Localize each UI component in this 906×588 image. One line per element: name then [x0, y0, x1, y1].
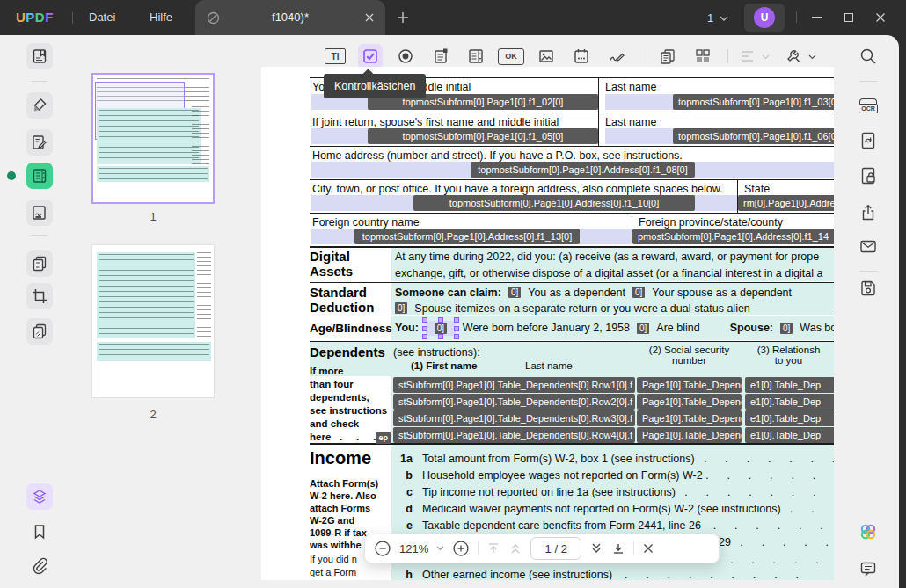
text-field-tool[interactable]: TI [323, 44, 347, 69]
signature-field-tool[interactable] [604, 44, 629, 69]
selected-checkbox-field[interactable]: 0] [426, 321, 456, 336]
selection-handle[interactable] [422, 317, 427, 323]
maximize-button[interactable] [834, 0, 864, 35]
menu-datei[interactable]: Datei [89, 11, 115, 24]
account-button[interactable]: U [744, 4, 785, 32]
email-button[interactable] [855, 233, 881, 259]
table-row[interactable]: stSubform[0].Page1[0].Table_Dependents[0… [391, 394, 834, 410]
minimize-button[interactable] [802, 0, 832, 35]
selection-handle[interactable] [438, 334, 443, 339]
sidebar-item-pages[interactable] [26, 250, 53, 277]
document-page[interactable]: Your first name and middle initial Last … [261, 67, 834, 580]
form-field-badge[interactable]: stSubform[0].Page1[0].Table_Dependents[0… [393, 377, 635, 393]
last-page-button[interactable] [611, 541, 625, 555]
margin-line: dependents, [310, 391, 393, 404]
checkbox-field-badge[interactable]: 0] [780, 323, 793, 334]
form-field-badge[interactable]: e1[0].Table_Dep [745, 427, 834, 443]
sidebar-item-edit[interactable] [26, 129, 53, 156]
new-tab-icon[interactable] [397, 11, 409, 24]
save-floppy-icon [859, 279, 878, 298]
sidebar-item-watermark[interactable] [26, 318, 53, 345]
checkbox-field-badge[interactable]: ep [376, 432, 391, 444]
selection-handle[interactable] [454, 334, 459, 339]
arrange-fields-tool[interactable] [690, 44, 715, 69]
form-field-badge[interactable]: pmostSubform[0].Page1[0].Address[0].f1_1… [632, 229, 834, 244]
convert-button[interactable] [855, 127, 881, 154]
checkbox-tool[interactable] [358, 44, 383, 69]
form-field-badge[interactable]: stSubform[0].Page1[0].Table_Dependents[0… [393, 427, 635, 443]
form-field-badge[interactable]: topmostSubform[0].Page1[0].Address[0].f1… [354, 229, 580, 244]
sidebar-item-annotate[interactable] [26, 92, 53, 119]
selection-handle[interactable] [454, 326, 459, 331]
search-button[interactable] [855, 43, 881, 69]
ocr-button[interactable]: OCR [855, 92, 881, 119]
selection-handle[interactable] [438, 317, 443, 323]
checkbox-field-badge[interactable]: 0] [395, 302, 407, 314]
form-field-badge[interactable]: topmostSubform[0].Page1[0].Address[0].f1… [471, 162, 695, 178]
list-box-tool[interactable] [428, 44, 453, 69]
form-field-badge[interactable]: topmostSubform[0].Page1[0].f1_06[0] [673, 128, 834, 144]
close-button[interactable] [866, 0, 895, 35]
protect-button[interactable] [855, 163, 881, 189]
share-button[interactable] [855, 200, 881, 226]
sidebar-item-reader[interactable] [26, 43, 53, 69]
field-label: If joint return, spouse's first name and… [312, 116, 559, 128]
table-row[interactable]: stSubform[0].Page1[0].Table_Dependents[0… [391, 410, 834, 426]
selection-handle[interactable] [454, 317, 459, 323]
selection-handle[interactable] [422, 334, 427, 339]
table-row[interactable]: stSubform[0].Page1[0].Table_Dependents[0… [391, 427, 834, 443]
zoom-out-button[interactable] [374, 540, 391, 557]
push-button-tool[interactable]: OK [499, 44, 523, 69]
menu-hilfe[interactable]: Hilfe [150, 11, 172, 24]
zoombar-close-button[interactable] [642, 542, 654, 555]
table-row[interactable]: stSubform[0].Page1[0].Table_Dependents[0… [391, 377, 834, 393]
combo-box-tool[interactable] [464, 44, 488, 69]
checkbox-field-badge[interactable]: 0] [508, 287, 521, 298]
form-field-badge[interactable]: e1[0].Table_Dep [745, 377, 834, 393]
feedback-button[interactable] [855, 555, 881, 582]
margin-line: W-2 here. Also [310, 490, 393, 502]
form-field-badge[interactable]: stSubform[0].Page1[0].Table_Dependents[0… [393, 394, 635, 410]
form-field-badge[interactable]: Page1[0].Table_Dependent [637, 427, 742, 443]
form-tools-tool[interactable] [781, 44, 806, 69]
selection-handle[interactable] [422, 326, 427, 331]
zoom-in-button[interactable] [452, 540, 470, 557]
sidebar-item-layers[interactable] [26, 483, 53, 510]
form-field-badge[interactable]: Page1[0].Table_Dependent [637, 394, 742, 410]
document-tab[interactable]: f1040)* [195, 0, 385, 35]
sidebar-item-sign[interactable] [26, 200, 53, 226]
form-field-badge[interactable]: stSubform[0].Page1[0].Table_Dependents[0… [393, 410, 635, 426]
page-thumbnail-1[interactable] [91, 73, 215, 204]
tab-close-icon[interactable] [364, 12, 375, 23]
zoom-dropdown-caret-icon[interactable] [436, 546, 444, 551]
form-field-badge[interactable]: Page1[0].Table_Dependent [637, 410, 742, 426]
field-label: Home address (number and street). If you… [312, 149, 683, 162]
page-down-button[interactable] [589, 541, 603, 555]
image-field-tool[interactable] [534, 44, 559, 69]
ai-assistant-button[interactable] [855, 519, 881, 545]
radio-button-tool[interactable] [393, 44, 418, 69]
form-field-badge[interactable]: e1[0].Table_Dep [745, 410, 834, 426]
sidebar-item-forms[interactable] [26, 163, 53, 189]
form-field-badge[interactable]: topmostSubform[0].Page1[0].f1_05[0] [368, 128, 598, 144]
sidebar-item-bookmark[interactable] [26, 519, 53, 545]
page-thumbnail-2[interactable] [91, 244, 215, 398]
form-field-badge[interactable]: topmostSubform[0].Page1[0].Address[0].f1… [413, 195, 695, 211]
sidebar-item-crop[interactable] [26, 283, 53, 309]
page-indicator-dropdown[interactable]: 1 [707, 11, 713, 25]
page-indicator-box[interactable]: 1 / 2 [530, 537, 581, 560]
body-text: You as a dependent [528, 287, 625, 299]
checkbox-field-badge[interactable]: 0] [632, 287, 645, 298]
form-field-badge[interactable]: topmostSubform[0].Page1[0].f1_03[0] [673, 94, 834, 110]
save-button[interactable] [855, 275, 881, 301]
form-field-badge[interactable]: rm[0].Page1[0].Addre [738, 195, 834, 211]
field-label: Foreign province/state/county [639, 216, 783, 229]
sidebar-item-attachment[interactable] [26, 553, 53, 579]
checkbox-field-badge[interactable]: 0] [637, 323, 649, 334]
zoom-level[interactable]: 121% [399, 542, 428, 555]
form-field-badge[interactable]: Page1[0].Table_Dependent [637, 377, 742, 393]
margin-line: here . . .ep [310, 431, 393, 444]
duplicate-fields-tool[interactable] [655, 44, 680, 69]
form-field-badge[interactable]: e1[0].Table_Dep [745, 394, 834, 410]
date-field-tool[interactable] [569, 44, 594, 69]
